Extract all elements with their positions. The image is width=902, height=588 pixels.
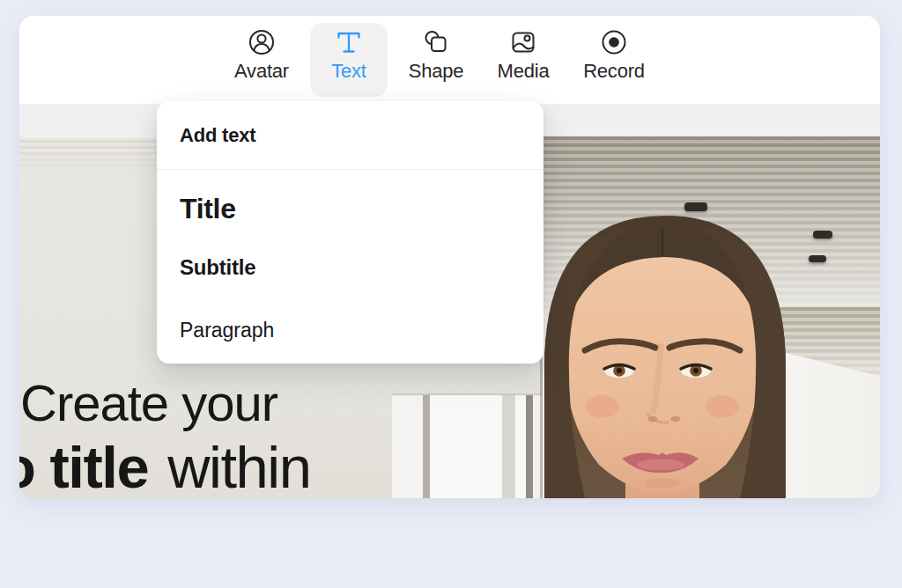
toolbar-label-shape: Shape bbox=[409, 60, 464, 83]
menu-item-add-text[interactable]: Add text bbox=[180, 124, 255, 147]
media-icon bbox=[507, 26, 539, 58]
toolbar-item-media[interactable]: Media bbox=[484, 23, 562, 97]
menu-item-subtitle[interactable]: Subtitle bbox=[180, 255, 255, 280]
text-dropdown-menu: Add text Title Subtitle Paragraph bbox=[157, 101, 543, 364]
headline-line2-rest: within bbox=[167, 434, 310, 498]
headline-line1: Create your bbox=[20, 375, 310, 431]
avatar-presenter[interactable] bbox=[521, 192, 821, 498]
record-icon bbox=[598, 26, 630, 58]
menu-divider bbox=[157, 169, 543, 170]
toolbar-label-avatar: Avatar bbox=[234, 60, 289, 83]
menu-item-title[interactable]: Title bbox=[180, 193, 236, 225]
text-icon bbox=[333, 26, 365, 58]
canvas-headline-text[interactable]: Create your o titlewithin bbox=[19, 375, 310, 498]
toolbar-label-record: Record bbox=[583, 60, 645, 83]
headline-line2-bold: o title bbox=[19, 434, 148, 498]
top-toolbar: Avatar Text Shape bbox=[19, 16, 880, 104]
toolbar-item-avatar[interactable]: Avatar bbox=[223, 23, 300, 97]
toolbar-label-text: Text bbox=[331, 60, 366, 83]
menu-item-paragraph[interactable]: Paragraph bbox=[180, 319, 274, 342]
toolbar-label-media: Media bbox=[498, 60, 550, 83]
toolbar-item-text[interactable]: Text bbox=[310, 23, 388, 97]
scene-glass-partition bbox=[392, 393, 542, 498]
toolbar-item-shape[interactable]: Shape bbox=[397, 23, 475, 97]
toolbar-item-record[interactable]: Record bbox=[575, 23, 653, 97]
shape-icon bbox=[420, 26, 452, 58]
avatar-icon bbox=[246, 26, 277, 58]
headline-line2: o titlewithin bbox=[19, 433, 310, 498]
